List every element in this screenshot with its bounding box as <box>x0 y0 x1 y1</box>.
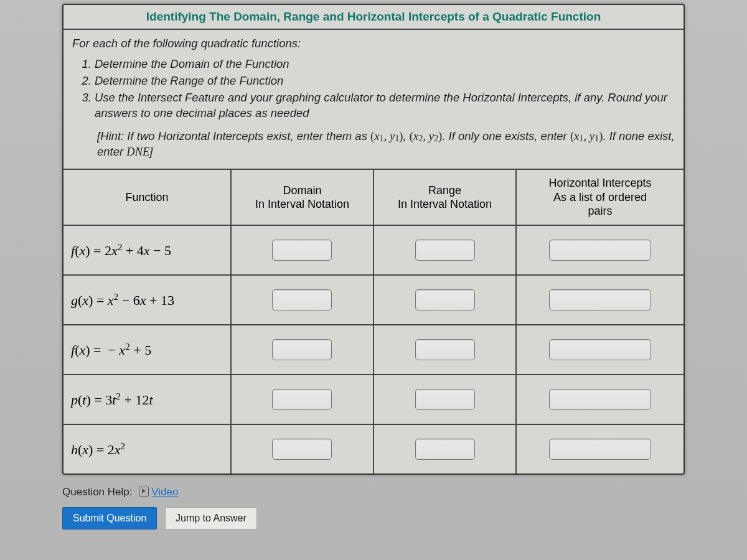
function-cell: p(t) = 3t2 + 12t <box>63 375 231 424</box>
range-cell <box>374 375 516 424</box>
intercepts-cell <box>516 375 684 424</box>
domain-cell <box>231 325 374 375</box>
domain-cell <box>231 375 374 424</box>
hint-pair: (x1, y1) <box>570 130 603 142</box>
problem-title: Identifying The Domain, Range and Horizo… <box>63 5 684 30</box>
instruction-item: Determine the Range of the Function <box>95 73 675 89</box>
video-link[interactable]: Video <box>151 486 178 498</box>
function-cell: h(x) = 2x2 <box>63 424 231 474</box>
intercepts-cell <box>516 225 684 275</box>
range-input[interactable] <box>415 339 475 360</box>
question-help-label: Question Help: <box>62 486 132 498</box>
intro-lead: For each of the following quadratic func… <box>72 36 675 52</box>
range-input[interactable] <box>415 289 475 310</box>
domain-input[interactable] <box>272 240 332 261</box>
table-row: p(t) = 3t2 + 12t <box>63 375 684 424</box>
col-domain: Domain In Interval Notation <box>231 170 374 225</box>
table-row: g(x) = x2 − 6x + 13 <box>63 275 684 325</box>
intercepts-input[interactable] <box>549 289 651 310</box>
hint-text: [Hint: If two Horizontal Intercepts exis… <box>72 129 675 160</box>
function-cell: g(x) = x2 − 6x + 13 <box>63 275 231 325</box>
hint-fragment: . If only one exists, enter <box>442 129 570 142</box>
hint-pair: (x2, y2) <box>410 130 442 142</box>
instructions-block: For each of the following quadratic func… <box>63 30 684 170</box>
intercepts-input[interactable] <box>549 389 651 410</box>
hint-fragment: ] <box>149 145 153 158</box>
intercepts-cell <box>516 424 684 474</box>
domain-input[interactable] <box>272 389 332 410</box>
intercepts-input[interactable] <box>549 339 651 360</box>
range-input[interactable] <box>415 389 475 410</box>
col-intercepts: Horizontal Intercepts As a list of order… <box>516 170 684 225</box>
intercepts-input[interactable] <box>549 240 651 261</box>
domain-input[interactable] <box>272 439 332 460</box>
table-header-row: Function Domain In Interval Notation Ran… <box>63 170 684 225</box>
submit-question-button[interactable]: Submit Question <box>62 507 157 530</box>
col-range: Range In Interval Notation <box>374 170 516 225</box>
jump-to-answer-button[interactable]: Jump to Answer <box>165 507 257 530</box>
domain-cell <box>231 424 374 474</box>
domain-cell <box>231 225 374 275</box>
header-line: Range <box>428 184 461 197</box>
instruction-item: Determine the Domain of the Function <box>95 57 675 72</box>
range-cell <box>374 325 516 375</box>
header-line: Domain <box>283 184 321 197</box>
hint-fragment: [Hint: If two Horizontal Intercepts exis… <box>97 129 370 142</box>
table-row: f(x) = − x2 + 5 <box>63 325 684 375</box>
domain-input[interactable] <box>272 289 332 310</box>
hint-dne: DNE <box>126 146 149 158</box>
function-cell: f(x) = − x2 + 5 <box>63 325 231 375</box>
intercepts-cell <box>516 275 684 325</box>
header-line: pairs <box>588 205 613 217</box>
header-line: In Interval Notation <box>398 198 492 210</box>
header-line: As a list of ordered <box>553 191 647 203</box>
below-controls: Question Help: Video Submit Question Jum… <box>62 486 685 530</box>
col-function: Function <box>63 170 231 225</box>
header-line: Horizontal Intercepts <box>548 177 651 189</box>
intercepts-cell <box>516 325 684 375</box>
range-cell <box>374 275 516 325</box>
instruction-item: Use the Intersect Feature and your graph… <box>95 90 675 121</box>
hint-pair: (x1, y1) <box>370 130 403 142</box>
range-input[interactable] <box>415 240 475 261</box>
range-cell <box>374 424 516 474</box>
intercepts-input[interactable] <box>549 439 651 460</box>
table-row: f(x) = 2x2 + 4x − 5 <box>63 225 684 275</box>
answer-table: Function Domain In Interval Notation Ran… <box>63 170 684 474</box>
domain-input[interactable] <box>272 339 332 360</box>
hint-fragment: , <box>403 129 410 142</box>
domain-cell <box>231 275 374 325</box>
range-cell <box>374 225 516 275</box>
table-row: h(x) = 2x2 <box>63 424 684 474</box>
function-cell: f(x) = 2x2 + 4x − 5 <box>63 225 231 275</box>
video-icon <box>139 487 149 497</box>
question-help-row: Question Help: Video <box>62 486 685 498</box>
problem-container: Identifying The Domain, Range and Horizo… <box>62 4 685 475</box>
range-input[interactable] <box>415 439 475 460</box>
header-line: In Interval Notation <box>255 198 349 210</box>
instruction-list: Determine the Domain of the Function Det… <box>95 57 675 121</box>
